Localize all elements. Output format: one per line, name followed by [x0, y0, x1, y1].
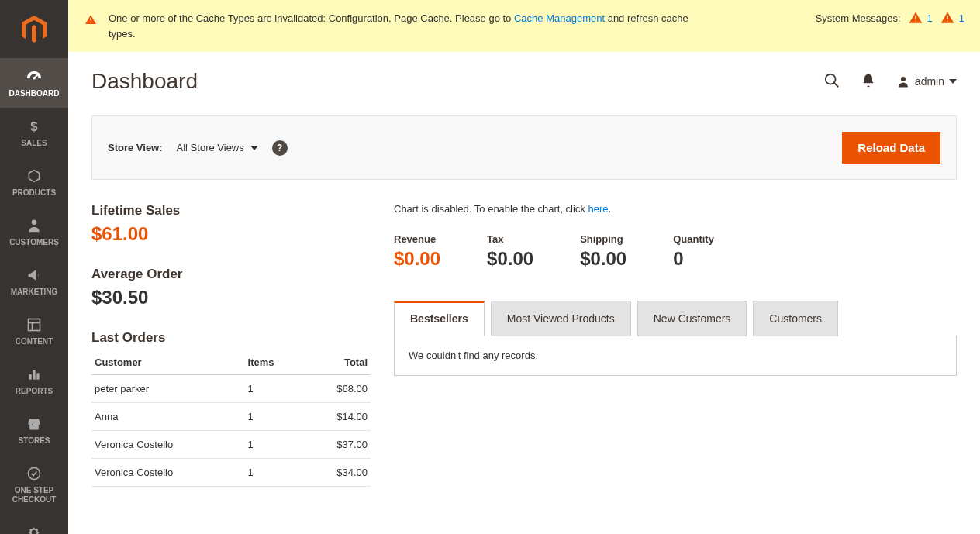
store-view-select[interactable]: All Store Views	[177, 142, 258, 153]
system-message-count-2[interactable]: 1	[940, 11, 964, 25]
svg-line-1	[34, 74, 38, 78]
svg-point-3	[32, 220, 37, 226]
svg-point-11	[826, 74, 836, 84]
table-row[interactable]: peter parker1$68.00	[91, 375, 371, 403]
nav-item-marketing[interactable]: MARKETING	[0, 257, 68, 306]
tab-panel: We couldn't find any records.	[394, 336, 957, 376]
cache-management-link[interactable]: Cache Management	[514, 12, 605, 24]
svg-rect-7	[29, 374, 31, 380]
enable-chart-link[interactable]: here	[588, 203, 609, 215]
col-total: Total	[304, 350, 371, 375]
nav-item-reports[interactable]: REPORTS	[0, 356, 68, 405]
gear-icon	[25, 523, 43, 534]
table-row[interactable]: Anna1$14.00	[91, 403, 371, 431]
chart-disabled-message: Chart is disabled. To enable the chart, …	[394, 203, 957, 215]
table-row[interactable]: Veronica Costello1$34.00	[91, 459, 371, 487]
speedometer-icon	[25, 67, 43, 86]
svg-rect-8	[33, 370, 35, 380]
lifetime-sales-label: Lifetime Sales	[91, 203, 371, 219]
svg-line-12	[834, 82, 839, 87]
last-orders-table: Customer Items Total peter parker1$68.00…	[91, 350, 371, 487]
storefront-icon	[25, 415, 43, 433]
svg-point-13	[901, 77, 906, 81]
average-order-label: Average Order	[91, 267, 371, 282]
nav-item-system[interactable]: SYSTEM	[0, 514, 68, 534]
average-order-value: $30.50	[91, 287, 371, 308]
nav-item-one-step-checkout[interactable]: ONE STEP CHECKOUT	[0, 455, 68, 514]
notifications-icon[interactable]	[861, 73, 876, 91]
magento-logo[interactable]	[0, 0, 68, 58]
store-view-bar: Store View: All Store Views ? Reload Dat…	[91, 115, 957, 180]
tab-most-viewed-products[interactable]: Most Viewed Products	[491, 301, 631, 336]
store-view-label: Store View:	[108, 142, 163, 153]
nav-item-sales[interactable]: $SALES	[0, 108, 68, 157]
total-quantity: Quantity0	[673, 233, 714, 270]
nav-item-customers[interactable]: CUSTOMERS	[0, 207, 68, 257]
svg-rect-4	[29, 319, 40, 331]
table-row[interactable]: Veronica Costello1$37.00	[91, 431, 371, 459]
barchart-icon	[25, 365, 43, 384]
total-tax: Tax$0.00	[487, 233, 533, 270]
total-shipping: Shipping$0.00	[580, 233, 626, 270]
nav-item-dashboard[interactable]: DASHBOARD	[0, 58, 68, 108]
checkout-icon	[25, 464, 43, 483]
col-items: Items	[245, 350, 304, 375]
sidebar: DASHBOARD$SALESPRODUCTSCUSTOMERSMARKETIN…	[0, 0, 68, 534]
system-message-text: One or more of the Cache Types are inval…	[109, 11, 698, 41]
total-revenue: Revenue$0.00	[394, 233, 440, 270]
warning-icon	[84, 12, 98, 29]
last-orders-title: Last Orders	[91, 330, 371, 346]
tab-customers[interactable]: Customers	[753, 301, 838, 336]
person-icon	[25, 216, 43, 235]
layout-icon	[25, 315, 43, 334]
help-icon[interactable]: ?	[272, 140, 288, 156]
dollar-icon: $	[25, 117, 43, 136]
tab-new-customers[interactable]: New Customers	[637, 301, 747, 336]
svg-text:$: $	[30, 119, 38, 134]
nav-item-content[interactable]: CONTENT	[0, 306, 68, 356]
empty-records-text: We couldn't find any records.	[409, 350, 538, 361]
reload-data-button[interactable]: Reload Data	[842, 132, 940, 164]
admin-user-menu[interactable]: admin	[896, 74, 957, 88]
system-message-bar: One or more of the Cache Types are inval…	[68, 0, 980, 52]
nav-item-products[interactable]: PRODUCTS	[0, 157, 68, 207]
system-message-count-1[interactable]: 1	[909, 11, 933, 25]
svg-point-10	[29, 468, 40, 480]
cube-icon	[25, 167, 43, 185]
megaphone-icon	[25, 266, 43, 284]
col-customer: Customer	[91, 350, 245, 375]
tab-bestsellers[interactable]: Bestsellers	[394, 301, 485, 336]
svg-rect-9	[36, 373, 39, 379]
lifetime-sales-value: $61.00	[91, 223, 371, 245]
search-icon[interactable]	[823, 72, 840, 91]
main: One or more of the Cache Types are inval…	[68, 0, 980, 534]
nav-item-stores[interactable]: STORES	[0, 405, 68, 455]
system-messages-label: System Messages:	[816, 12, 901, 24]
page-title: Dashboard	[91, 69, 198, 94]
